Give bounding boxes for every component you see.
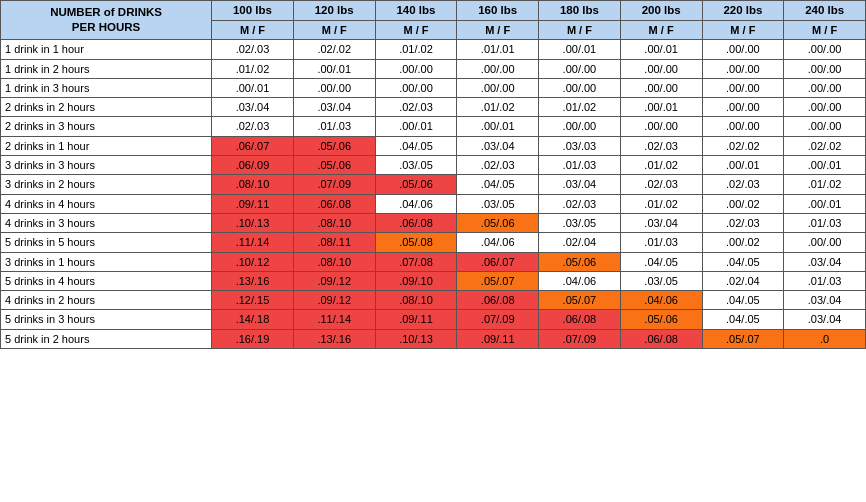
weight-160: 160 lbs xyxy=(457,1,539,21)
cell-value: .00/.01 xyxy=(784,156,866,175)
cell-value: .00/.00 xyxy=(539,59,621,78)
cell-value: .01/.02 xyxy=(620,156,702,175)
cell-value: .03/.04 xyxy=(620,213,702,232)
row-label: 2 drinks in 1 hour xyxy=(1,136,212,155)
cell-value: .03/.03 xyxy=(539,136,621,155)
cell-value: .04/.05 xyxy=(702,252,784,271)
cell-value: .09/.12 xyxy=(293,291,375,310)
cell-value: .00/.00 xyxy=(702,98,784,117)
row-label: 3 drinks in 2 hours xyxy=(1,175,212,194)
cell-value: .07/.08 xyxy=(375,252,457,271)
cell-value: .00/.00 xyxy=(375,59,457,78)
cell-value: .05/.07 xyxy=(702,329,784,348)
weight-200: 200 lbs xyxy=(620,1,702,21)
cell-value: .02/.02 xyxy=(293,40,375,59)
cell-value: .00/.01 xyxy=(702,156,784,175)
row-label: 4 drinks in 2 hours xyxy=(1,291,212,310)
corner-label-line1: NUMBER of DRINKS xyxy=(50,6,162,18)
cell-value: .02/.03 xyxy=(702,213,784,232)
mf-220: M / F xyxy=(702,20,784,39)
cell-value: .05/.07 xyxy=(539,291,621,310)
cell-value: .02/.03 xyxy=(375,98,457,117)
mf-240: M / F xyxy=(784,20,866,39)
cell-value: .00/.00 xyxy=(539,78,621,97)
cell-value: .06/.07 xyxy=(212,136,294,155)
mf-140: M / F xyxy=(375,20,457,39)
cell-value: .02/.04 xyxy=(539,233,621,252)
cell-value: .00/.01 xyxy=(620,98,702,117)
weight-140: 140 lbs xyxy=(375,1,457,21)
cell-value: .02/.03 xyxy=(212,117,294,136)
table-row: 5 drinks in 4 hours.13/.16.09/.12.09/.10… xyxy=(1,271,866,290)
cell-value: .04/.05 xyxy=(375,136,457,155)
cell-value: .10/.13 xyxy=(375,329,457,348)
cell-value: .05/.06 xyxy=(375,175,457,194)
cell-value: .03/.04 xyxy=(784,291,866,310)
row-label: 5 drinks in 4 hours xyxy=(1,271,212,290)
cell-value: .00/.00 xyxy=(784,78,866,97)
weight-180: 180 lbs xyxy=(539,1,621,21)
cell-value: .06/.08 xyxy=(293,194,375,213)
table-row: 5 drinks in 5 hours.11/.14.08/.11.05/.08… xyxy=(1,233,866,252)
cell-value: .03/.05 xyxy=(539,213,621,232)
row-label: 2 drinks in 3 hours xyxy=(1,117,212,136)
cell-value: .16/.19 xyxy=(212,329,294,348)
cell-value: .00/.01 xyxy=(539,40,621,59)
cell-value: .04/.05 xyxy=(457,175,539,194)
cell-value: .01/.03 xyxy=(784,271,866,290)
cell-value: .00/.00 xyxy=(293,78,375,97)
cell-value: .02/.03 xyxy=(457,156,539,175)
cell-value: .01/.03 xyxy=(784,213,866,232)
weight-100: 100 lbs xyxy=(212,1,294,21)
cell-value: .05/.07 xyxy=(457,271,539,290)
cell-value: .00/.00 xyxy=(784,98,866,117)
weight-240: 240 lbs xyxy=(784,1,866,21)
cell-value: .08/.11 xyxy=(293,233,375,252)
table-row: 3 drinks in 2 hours.08/.10.07/.09.05/.06… xyxy=(1,175,866,194)
cell-value: .09/.10 xyxy=(375,271,457,290)
cell-value: .02/.02 xyxy=(702,136,784,155)
cell-value: .02/.03 xyxy=(212,40,294,59)
cell-value: .03/.04 xyxy=(212,98,294,117)
table-row: 2 drinks in 2 hours.03/.04.03/.04.02/.03… xyxy=(1,98,866,117)
cell-value: .00/.01 xyxy=(293,59,375,78)
cell-value: .06/.09 xyxy=(212,156,294,175)
cell-value: .01/.02 xyxy=(375,40,457,59)
table-row: 3 drinks in 1 hours.10/.12.08/.10.07/.08… xyxy=(1,252,866,271)
mf-100: M / F xyxy=(212,20,294,39)
cell-value: .09/.11 xyxy=(212,194,294,213)
cell-value: .01/.02 xyxy=(539,98,621,117)
corner-header: NUMBER of DRINKS PER HOURS xyxy=(1,1,212,40)
cell-value: .05/.06 xyxy=(293,156,375,175)
cell-value: .04/.05 xyxy=(702,310,784,329)
cell-value: .00/.01 xyxy=(620,40,702,59)
cell-value: .04/.06 xyxy=(539,271,621,290)
table-body: 1 drink in 1 hour.02/.03.02/.02.01/.02.0… xyxy=(1,40,866,349)
row-label: 2 drinks in 2 hours xyxy=(1,98,212,117)
table-row: 5 drink in 2 hours.16/.19.13/.16.10/.13.… xyxy=(1,329,866,348)
cell-value: .02/.02 xyxy=(784,136,866,155)
cell-value: .04/.06 xyxy=(457,233,539,252)
cell-value: .03/.05 xyxy=(457,194,539,213)
cell-value: .00/.00 xyxy=(784,59,866,78)
table-row: 1 drink in 1 hour.02/.03.02/.02.01/.02.0… xyxy=(1,40,866,59)
cell-value: .00/.01 xyxy=(784,194,866,213)
cell-value: .01/.03 xyxy=(293,117,375,136)
cell-value: .00/.00 xyxy=(620,59,702,78)
row-label: 1 drink in 1 hour xyxy=(1,40,212,59)
cell-value: .00/.00 xyxy=(539,117,621,136)
cell-value: .01/.03 xyxy=(539,156,621,175)
cell-value: .03/.04 xyxy=(457,136,539,155)
cell-value: .03/.05 xyxy=(620,271,702,290)
cell-value: .11/.14 xyxy=(293,310,375,329)
cell-value: .09/.12 xyxy=(293,271,375,290)
cell-value: .00/.00 xyxy=(784,40,866,59)
cell-value: .03/.05 xyxy=(375,156,457,175)
cell-value: .06/.07 xyxy=(457,252,539,271)
table-row: 2 drinks in 1 hour.06/.07.05/.06.04/.05.… xyxy=(1,136,866,155)
cell-value: .06/.08 xyxy=(375,213,457,232)
mf-120: M / F xyxy=(293,20,375,39)
cell-value: .00/.02 xyxy=(702,233,784,252)
cell-value: .00/.00 xyxy=(702,78,784,97)
cell-value: .02/.03 xyxy=(620,136,702,155)
